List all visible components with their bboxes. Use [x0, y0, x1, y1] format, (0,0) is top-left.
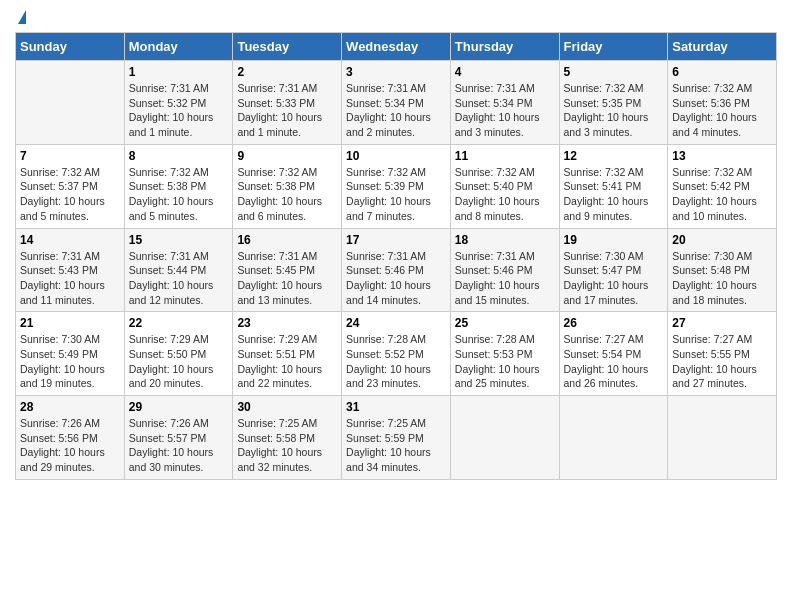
calendar-cell: 23 Sunrise: 7:29 AMSunset: 5:51 PMDaylig…: [233, 312, 342, 396]
day-number: 10: [346, 149, 446, 163]
calendar-cell: 27 Sunrise: 7:27 AMSunset: 5:55 PMDaylig…: [668, 312, 777, 396]
day-number: 24: [346, 316, 446, 330]
day-number: 7: [20, 149, 120, 163]
header-cell-saturday: Saturday: [668, 33, 777, 61]
calendar-cell: 1 Sunrise: 7:31 AMSunset: 5:32 PMDayligh…: [124, 61, 233, 145]
header-cell-sunday: Sunday: [16, 33, 125, 61]
day-info: Sunrise: 7:26 AMSunset: 5:56 PMDaylight:…: [20, 417, 105, 473]
calendar-cell: 20 Sunrise: 7:30 AMSunset: 5:48 PMDaylig…: [668, 228, 777, 312]
calendar-cell: 5 Sunrise: 7:32 AMSunset: 5:35 PMDayligh…: [559, 61, 668, 145]
day-number: 2: [237, 65, 337, 79]
day-info: Sunrise: 7:32 AMSunset: 5:37 PMDaylight:…: [20, 166, 105, 222]
calendar-cell: 3 Sunrise: 7:31 AMSunset: 5:34 PMDayligh…: [342, 61, 451, 145]
day-info: Sunrise: 7:27 AMSunset: 5:55 PMDaylight:…: [672, 333, 757, 389]
day-info: Sunrise: 7:32 AMSunset: 5:38 PMDaylight:…: [129, 166, 214, 222]
calendar-cell: 31 Sunrise: 7:25 AMSunset: 5:59 PMDaylig…: [342, 396, 451, 480]
day-info: Sunrise: 7:31 AMSunset: 5:34 PMDaylight:…: [346, 82, 431, 138]
header-cell-thursday: Thursday: [450, 33, 559, 61]
day-number: 4: [455, 65, 555, 79]
calendar-cell: 25 Sunrise: 7:28 AMSunset: 5:53 PMDaylig…: [450, 312, 559, 396]
day-number: 28: [20, 400, 120, 414]
calendar-cell: 21 Sunrise: 7:30 AMSunset: 5:49 PMDaylig…: [16, 312, 125, 396]
week-row-3: 14 Sunrise: 7:31 AMSunset: 5:43 PMDaylig…: [16, 228, 777, 312]
calendar-cell: 13 Sunrise: 7:32 AMSunset: 5:42 PMDaylig…: [668, 144, 777, 228]
calendar-cell: 26 Sunrise: 7:27 AMSunset: 5:54 PMDaylig…: [559, 312, 668, 396]
calendar-cell: 4 Sunrise: 7:31 AMSunset: 5:34 PMDayligh…: [450, 61, 559, 145]
calendar-cell: 9 Sunrise: 7:32 AMSunset: 5:38 PMDayligh…: [233, 144, 342, 228]
calendar-cell: 10 Sunrise: 7:32 AMSunset: 5:39 PMDaylig…: [342, 144, 451, 228]
day-info: Sunrise: 7:25 AMSunset: 5:58 PMDaylight:…: [237, 417, 322, 473]
calendar-table: SundayMondayTuesdayWednesdayThursdayFrid…: [15, 32, 777, 480]
calendar-cell: 17 Sunrise: 7:31 AMSunset: 5:46 PMDaylig…: [342, 228, 451, 312]
day-number: 12: [564, 149, 664, 163]
week-row-4: 21 Sunrise: 7:30 AMSunset: 5:49 PMDaylig…: [16, 312, 777, 396]
header-cell-friday: Friday: [559, 33, 668, 61]
header-row: SundayMondayTuesdayWednesdayThursdayFrid…: [16, 33, 777, 61]
header-cell-monday: Monday: [124, 33, 233, 61]
day-info: Sunrise: 7:25 AMSunset: 5:59 PMDaylight:…: [346, 417, 431, 473]
day-info: Sunrise: 7:28 AMSunset: 5:52 PMDaylight:…: [346, 333, 431, 389]
calendar-cell: 18 Sunrise: 7:31 AMSunset: 5:46 PMDaylig…: [450, 228, 559, 312]
day-info: Sunrise: 7:32 AMSunset: 5:40 PMDaylight:…: [455, 166, 540, 222]
week-row-2: 7 Sunrise: 7:32 AMSunset: 5:37 PMDayligh…: [16, 144, 777, 228]
calendar-cell: 11 Sunrise: 7:32 AMSunset: 5:40 PMDaylig…: [450, 144, 559, 228]
day-info: Sunrise: 7:26 AMSunset: 5:57 PMDaylight:…: [129, 417, 214, 473]
day-info: Sunrise: 7:29 AMSunset: 5:50 PMDaylight:…: [129, 333, 214, 389]
day-info: Sunrise: 7:31 AMSunset: 5:46 PMDaylight:…: [346, 250, 431, 306]
day-info: Sunrise: 7:32 AMSunset: 5:36 PMDaylight:…: [672, 82, 757, 138]
calendar-cell: 14 Sunrise: 7:31 AMSunset: 5:43 PMDaylig…: [16, 228, 125, 312]
logo: [15, 10, 26, 24]
calendar-cell: 24 Sunrise: 7:28 AMSunset: 5:52 PMDaylig…: [342, 312, 451, 396]
day-info: Sunrise: 7:31 AMSunset: 5:43 PMDaylight:…: [20, 250, 105, 306]
day-info: Sunrise: 7:32 AMSunset: 5:42 PMDaylight:…: [672, 166, 757, 222]
page-header: [15, 10, 777, 24]
day-info: Sunrise: 7:32 AMSunset: 5:38 PMDaylight:…: [237, 166, 322, 222]
day-number: 17: [346, 233, 446, 247]
calendar-cell: 16 Sunrise: 7:31 AMSunset: 5:45 PMDaylig…: [233, 228, 342, 312]
calendar-cell: 15 Sunrise: 7:31 AMSunset: 5:44 PMDaylig…: [124, 228, 233, 312]
day-number: 30: [237, 400, 337, 414]
day-number: 29: [129, 400, 229, 414]
calendar-cell: 28 Sunrise: 7:26 AMSunset: 5:56 PMDaylig…: [16, 396, 125, 480]
day-number: 20: [672, 233, 772, 247]
day-number: 21: [20, 316, 120, 330]
day-info: Sunrise: 7:31 AMSunset: 5:44 PMDaylight:…: [129, 250, 214, 306]
day-info: Sunrise: 7:27 AMSunset: 5:54 PMDaylight:…: [564, 333, 649, 389]
day-number: 31: [346, 400, 446, 414]
calendar-cell: 6 Sunrise: 7:32 AMSunset: 5:36 PMDayligh…: [668, 61, 777, 145]
day-number: 18: [455, 233, 555, 247]
day-info: Sunrise: 7:30 AMSunset: 5:49 PMDaylight:…: [20, 333, 105, 389]
day-number: 19: [564, 233, 664, 247]
calendar-cell: [450, 396, 559, 480]
day-number: 22: [129, 316, 229, 330]
day-number: 5: [564, 65, 664, 79]
day-number: 15: [129, 233, 229, 247]
day-info: Sunrise: 7:32 AMSunset: 5:35 PMDaylight:…: [564, 82, 649, 138]
day-number: 11: [455, 149, 555, 163]
day-info: Sunrise: 7:31 AMSunset: 5:34 PMDaylight:…: [455, 82, 540, 138]
calendar-cell: 12 Sunrise: 7:32 AMSunset: 5:41 PMDaylig…: [559, 144, 668, 228]
day-number: 14: [20, 233, 120, 247]
day-number: 3: [346, 65, 446, 79]
day-info: Sunrise: 7:31 AMSunset: 5:33 PMDaylight:…: [237, 82, 322, 138]
day-number: 9: [237, 149, 337, 163]
calendar-cell: [16, 61, 125, 145]
day-number: 13: [672, 149, 772, 163]
day-info: Sunrise: 7:32 AMSunset: 5:39 PMDaylight:…: [346, 166, 431, 222]
calendar-cell: 22 Sunrise: 7:29 AMSunset: 5:50 PMDaylig…: [124, 312, 233, 396]
calendar-cell: 29 Sunrise: 7:26 AMSunset: 5:57 PMDaylig…: [124, 396, 233, 480]
calendar-cell: [559, 396, 668, 480]
day-number: 16: [237, 233, 337, 247]
day-number: 27: [672, 316, 772, 330]
day-info: Sunrise: 7:29 AMSunset: 5:51 PMDaylight:…: [237, 333, 322, 389]
calendar-cell: [668, 396, 777, 480]
day-number: 8: [129, 149, 229, 163]
calendar-cell: 8 Sunrise: 7:32 AMSunset: 5:38 PMDayligh…: [124, 144, 233, 228]
calendar-cell: 7 Sunrise: 7:32 AMSunset: 5:37 PMDayligh…: [16, 144, 125, 228]
logo-icon: [18, 10, 26, 24]
day-number: 23: [237, 316, 337, 330]
header-cell-tuesday: Tuesday: [233, 33, 342, 61]
day-number: 6: [672, 65, 772, 79]
day-info: Sunrise: 7:31 AMSunset: 5:46 PMDaylight:…: [455, 250, 540, 306]
day-info: Sunrise: 7:31 AMSunset: 5:45 PMDaylight:…: [237, 250, 322, 306]
